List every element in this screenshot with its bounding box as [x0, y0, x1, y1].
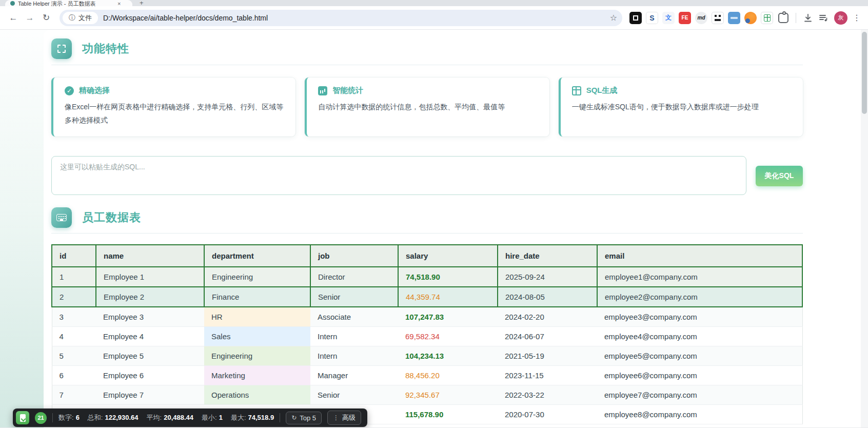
table-row[interactable]: 3Employee 3HRAssociate107,247.832024-02-… — [52, 307, 802, 327]
table-cell[interactable]: employee5@company.com — [597, 346, 802, 365]
table-cell[interactable]: 107,247.83 — [398, 307, 498, 327]
beautify-sql-button[interactable]: 美化SQL — [756, 166, 803, 186]
table-cell[interactable]: Director — [310, 267, 398, 287]
table-cell[interactable]: 92,345.67 — [398, 385, 498, 404]
scrollbar-thumb[interactable] — [862, 32, 867, 114]
column-header[interactable]: department — [204, 245, 310, 267]
table-cell[interactable]: 5 — [52, 346, 96, 365]
page-scrollbar[interactable] — [861, 30, 868, 427]
site-info-chip[interactable]: ⓘ 文件 — [63, 12, 98, 24]
table-cell[interactable]: 2021-05-19 — [498, 346, 597, 365]
table-row[interactable]: 7Employee 7OperationsSenior92,345.672022… — [52, 385, 802, 404]
table-cell[interactable]: Employee 3 — [96, 307, 204, 327]
table-cell[interactable]: Engineering — [204, 267, 310, 287]
url-text[interactable]: D:/Workspace/ai/table-helper/docs/demo_t… — [103, 14, 606, 22]
media-playlist-icon[interactable] — [816, 10, 831, 26]
table-cell[interactable]: Employee 7 — [96, 385, 204, 404]
dark-reader-extension-icon[interactable] — [629, 12, 642, 24]
table-cell[interactable]: Employee 4 — [96, 326, 204, 346]
column-header[interactable]: email — [597, 245, 802, 267]
table-cell[interactable]: HR — [204, 307, 310, 327]
table-cell[interactable]: 2025-09-24 — [498, 267, 597, 287]
table-cell[interactable]: employee8@company.com — [597, 404, 802, 424]
table-cell[interactable]: Intern — [310, 346, 398, 365]
table-section-title: 员工数据表 — [82, 210, 141, 225]
table-cell[interactable]: 2024-02-20 — [498, 307, 597, 327]
table-cell[interactable]: Sales — [204, 326, 310, 346]
table-cell[interactable]: Manager — [310, 365, 398, 385]
table-row[interactable]: 6Employee 6MarketingManager88,456.202023… — [52, 365, 802, 385]
table-cell[interactable]: 1 — [52, 267, 96, 287]
table-cell[interactable]: Finance — [204, 287, 310, 307]
column-header[interactable]: id — [52, 245, 96, 267]
table-cell[interactable]: 2020-07-30 — [498, 404, 597, 424]
table-row[interactable]: 2Employee 2FinanceSenior44,359.742024-08… — [52, 287, 802, 307]
table-cell[interactable]: Employee 1 — [96, 267, 204, 287]
selection-count-badge[interactable]: 21 — [35, 412, 47, 424]
sql-input[interactable] — [51, 156, 746, 195]
plugin-file-icon[interactable] — [16, 411, 29, 424]
fox-extension-icon[interactable] — [744, 12, 757, 24]
table-cell[interactable]: Employee 5 — [96, 346, 204, 365]
table-cell[interactable]: 2024-08-05 — [498, 287, 597, 307]
profile-avatar[interactable]: 灰 — [834, 11, 847, 25]
table-cell[interactable]: 44,359.74 — [398, 287, 498, 307]
translate-extension-icon[interactable]: 文 — [662, 12, 675, 24]
table-cell[interactable]: employee4@company.com — [597, 326, 802, 346]
table-row[interactable]: 4Employee 4SalesIntern69,582.342024-06-0… — [52, 326, 802, 346]
table-cell[interactable]: 6 — [52, 365, 96, 385]
table-cell[interactable]: employee3@company.com — [597, 307, 802, 327]
table-cell[interactable]: Employee 2 — [96, 287, 204, 307]
reload-button[interactable]: ↻ — [38, 10, 54, 26]
downloads-icon[interactable] — [800, 10, 816, 26]
table-cell[interactable]: employee2@company.com — [597, 287, 802, 307]
table-cell[interactable]: 2022-03-22 — [498, 385, 597, 404]
advanced-button[interactable]: ⋮ 高级 — [327, 411, 361, 425]
table-cell[interactable]: employee7@company.com — [597, 385, 802, 404]
table-cell[interactable]: Engineering — [204, 346, 310, 365]
table-cell[interactable]: 2 — [52, 287, 96, 307]
fe-extension-icon[interactable]: FE — [679, 12, 691, 24]
table-cell[interactable]: Intern — [310, 326, 398, 346]
table-cell[interactable]: 74,518.90 — [398, 267, 498, 287]
top5-button[interactable]: ↻ Top 5 — [286, 412, 322, 424]
table-cell[interactable]: employee6@company.com — [597, 365, 802, 385]
table-cell[interactable]: 69,582.34 — [398, 326, 498, 346]
browser-menu-icon[interactable]: ⋮ — [851, 13, 863, 23]
table-cell[interactable]: Senior — [310, 385, 398, 404]
table-cell[interactable]: 104,234.13 — [398, 346, 498, 365]
table-cell[interactable]: Senior — [310, 287, 398, 307]
markdown-extension-icon[interactable]: md — [695, 12, 707, 24]
table-cell[interactable]: Employee 6 — [96, 365, 204, 385]
extensions-puzzle-icon[interactable] — [778, 13, 788, 23]
column-header[interactable]: job — [310, 245, 398, 267]
browser-tab[interactable]: Table Helper 演示 - 员工数据表 × — [5, 0, 132, 6]
table-row[interactable]: 5Employee 5EngineeringIntern104,234.1320… — [52, 346, 802, 365]
address-bar[interactable]: ⓘ 文件 D:/Workspace/ai/table-helper/docs/d… — [60, 10, 622, 26]
table-cell[interactable]: 3 — [52, 307, 96, 327]
table-row[interactable]: 1Employee 1EngineeringDirector74,518.902… — [52, 267, 802, 287]
tab-close-icon[interactable]: × — [117, 1, 121, 6]
back-button[interactable]: ← — [5, 10, 22, 26]
bookmark-star-icon[interactable]: ☆ — [610, 13, 617, 23]
column-header[interactable]: hire_date — [498, 245, 597, 267]
table-cell[interactable]: 88,456.20 — [398, 365, 498, 385]
forward-button[interactable]: → — [22, 10, 38, 26]
table-cell[interactable]: 2024-06-07 — [498, 326, 597, 346]
column-header[interactable]: salary — [398, 245, 498, 267]
column-header[interactable]: name — [96, 245, 204, 267]
sheet-extension-icon[interactable] — [761, 12, 773, 24]
table-cell[interactable]: Operations — [204, 385, 310, 404]
table-cell[interactable]: 4 — [52, 326, 96, 346]
s-extension-icon[interactable]: S — [646, 12, 658, 24]
table-cell[interactable]: Marketing — [204, 365, 310, 385]
new-tab-button[interactable]: + — [140, 0, 144, 6]
qr-code-extension-icon[interactable] — [712, 12, 724, 24]
table-cell[interactable]: 7 — [52, 385, 96, 404]
table-cell[interactable]: 115,678.90 — [398, 404, 498, 424]
card-extension-icon[interactable] — [728, 12, 740, 24]
browser-toolbar: ← → ↻ ⓘ 文件 D:/Workspace/ai/table-helper/… — [0, 6, 868, 30]
table-cell[interactable]: employee1@company.com — [597, 267, 802, 287]
table-cell[interactable]: Associate — [310, 307, 398, 327]
table-cell[interactable]: 2023-11-15 — [498, 365, 597, 385]
